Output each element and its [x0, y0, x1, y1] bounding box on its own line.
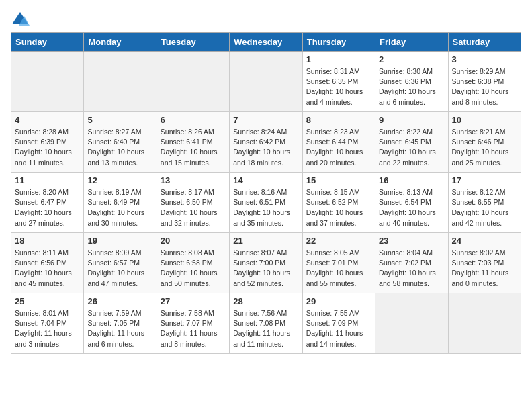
day-number: 22	[306, 236, 371, 246]
day-info: Sunrise: 7:58 AM Sunset: 7:07 PM Dayligh…	[161, 308, 226, 349]
calendar-cell: 1Sunrise: 8:31 AM Sunset: 6:35 PM Daylig…	[302, 52, 375, 112]
day-number: 6	[161, 115, 226, 125]
day-info: Sunrise: 8:02 AM Sunset: 7:03 PM Dayligh…	[452, 248, 517, 289]
page-header	[11, 11, 521, 27]
day-number: 11	[15, 175, 80, 185]
day-info: Sunrise: 8:28 AM Sunset: 6:39 PM Dayligh…	[15, 127, 80, 168]
header-tuesday: Tuesday	[157, 33, 229, 52]
calendar-cell: 17Sunrise: 8:12 AM Sunset: 6:55 PM Dayli…	[448, 173, 521, 233]
day-number: 29	[306, 296, 371, 306]
day-number: 27	[161, 296, 226, 306]
calendar-cell	[448, 293, 521, 354]
day-number: 5	[87, 115, 152, 125]
day-info: Sunrise: 8:30 AM Sunset: 6:36 PM Dayligh…	[379, 66, 444, 107]
calendar-cell: 20Sunrise: 8:08 AM Sunset: 6:58 PM Dayli…	[157, 233, 229, 293]
calendar-cell: 16Sunrise: 8:13 AM Sunset: 6:54 PM Dayli…	[375, 173, 448, 233]
calendar-table: SundayMondayTuesdayWednesdayThursdayFrid…	[11, 32, 521, 354]
day-number: 19	[87, 236, 152, 246]
calendar-cell: 3Sunrise: 8:29 AM Sunset: 6:38 PM Daylig…	[448, 52, 521, 112]
day-number: 23	[379, 236, 444, 246]
day-info: Sunrise: 8:22 AM Sunset: 6:45 PM Dayligh…	[379, 127, 444, 168]
day-info: Sunrise: 8:26 AM Sunset: 6:41 PM Dayligh…	[161, 127, 226, 168]
day-info: Sunrise: 7:55 AM Sunset: 7:09 PM Dayligh…	[306, 308, 371, 349]
day-number: 21	[233, 236, 298, 246]
calendar-cell: 13Sunrise: 8:17 AM Sunset: 6:50 PM Dayli…	[157, 173, 229, 233]
day-info: Sunrise: 8:15 AM Sunset: 6:52 PM Dayligh…	[306, 187, 371, 228]
day-info: Sunrise: 8:19 AM Sunset: 6:49 PM Dayligh…	[87, 187, 152, 228]
calendar-header-row: SundayMondayTuesdayWednesdayThursdayFrid…	[11, 33, 521, 52]
calendar-cell: 23Sunrise: 8:04 AM Sunset: 7:02 PM Dayli…	[375, 233, 448, 293]
day-number: 4	[15, 115, 80, 125]
day-number: 25	[15, 296, 80, 306]
day-number: 9	[379, 115, 444, 125]
day-number: 10	[452, 115, 517, 125]
header-saturday: Saturday	[448, 33, 521, 52]
day-number: 18	[15, 236, 80, 246]
day-info: Sunrise: 8:21 AM Sunset: 6:46 PM Dayligh…	[452, 127, 517, 168]
logo	[11, 11, 32, 27]
day-info: Sunrise: 8:11 AM Sunset: 6:56 PM Dayligh…	[15, 248, 80, 289]
day-info: Sunrise: 8:01 AM Sunset: 7:04 PM Dayligh…	[15, 308, 80, 349]
header-wednesday: Wednesday	[230, 33, 302, 52]
header-sunday: Sunday	[11, 33, 84, 52]
calendar-cell: 9Sunrise: 8:22 AM Sunset: 6:45 PM Daylig…	[375, 112, 448, 173]
calendar-cell	[230, 52, 302, 112]
calendar-week-row: 18Sunrise: 8:11 AM Sunset: 6:56 PM Dayli…	[11, 233, 521, 293]
calendar-cell: 10Sunrise: 8:21 AM Sunset: 6:46 PM Dayli…	[448, 112, 521, 173]
calendar-cell	[375, 293, 448, 354]
day-info: Sunrise: 8:29 AM Sunset: 6:38 PM Dayligh…	[452, 66, 517, 107]
calendar-week-row: 11Sunrise: 8:20 AM Sunset: 6:47 PM Dayli…	[11, 173, 521, 233]
day-number: 28	[233, 296, 298, 306]
header-monday: Monday	[84, 33, 157, 52]
day-info: Sunrise: 8:24 AM Sunset: 6:42 PM Dayligh…	[233, 127, 298, 168]
calendar-cell: 15Sunrise: 8:15 AM Sunset: 6:52 PM Dayli…	[302, 173, 375, 233]
calendar-cell: 25Sunrise: 8:01 AM Sunset: 7:04 PM Dayli…	[11, 293, 84, 354]
calendar-cell: 19Sunrise: 8:09 AM Sunset: 6:57 PM Dayli…	[84, 233, 157, 293]
day-number: 8	[306, 115, 371, 125]
day-number: 17	[452, 175, 517, 185]
calendar-cell: 28Sunrise: 7:56 AM Sunset: 7:08 PM Dayli…	[230, 293, 302, 354]
calendar-cell	[84, 52, 157, 112]
day-info: Sunrise: 8:09 AM Sunset: 6:57 PM Dayligh…	[87, 248, 152, 289]
day-info: Sunrise: 8:13 AM Sunset: 6:54 PM Dayligh…	[379, 187, 444, 228]
day-number: 20	[161, 236, 226, 246]
calendar-cell	[157, 52, 229, 112]
calendar-week-row: 25Sunrise: 8:01 AM Sunset: 7:04 PM Dayli…	[11, 293, 521, 354]
day-info: Sunrise: 8:05 AM Sunset: 7:01 PM Dayligh…	[306, 248, 371, 289]
day-info: Sunrise: 7:59 AM Sunset: 7:05 PM Dayligh…	[87, 308, 152, 349]
day-number: 1	[306, 54, 371, 64]
calendar-cell: 21Sunrise: 8:07 AM Sunset: 7:00 PM Dayli…	[230, 233, 302, 293]
day-info: Sunrise: 8:17 AM Sunset: 6:50 PM Dayligh…	[161, 187, 226, 228]
day-number: 15	[306, 175, 371, 185]
calendar-cell: 18Sunrise: 8:11 AM Sunset: 6:56 PM Dayli…	[11, 233, 84, 293]
day-number: 12	[87, 175, 152, 185]
day-info: Sunrise: 7:56 AM Sunset: 7:08 PM Dayligh…	[233, 308, 298, 349]
calendar-cell: 4Sunrise: 8:28 AM Sunset: 6:39 PM Daylig…	[11, 112, 84, 173]
calendar-cell	[11, 52, 84, 112]
logo-icon	[11, 11, 30, 27]
day-info: Sunrise: 8:27 AM Sunset: 6:40 PM Dayligh…	[87, 127, 152, 168]
day-info: Sunrise: 8:20 AM Sunset: 6:47 PM Dayligh…	[15, 187, 80, 228]
day-number: 24	[452, 236, 517, 246]
header-friday: Friday	[375, 33, 448, 52]
calendar-cell: 8Sunrise: 8:23 AM Sunset: 6:44 PM Daylig…	[302, 112, 375, 173]
day-info: Sunrise: 8:12 AM Sunset: 6:55 PM Dayligh…	[452, 187, 517, 228]
calendar-cell: 12Sunrise: 8:19 AM Sunset: 6:49 PM Dayli…	[84, 173, 157, 233]
calendar-cell: 11Sunrise: 8:20 AM Sunset: 6:47 PM Dayli…	[11, 173, 84, 233]
calendar-cell: 2Sunrise: 8:30 AM Sunset: 6:36 PM Daylig…	[375, 52, 448, 112]
day-number: 13	[161, 175, 226, 185]
header-thursday: Thursday	[302, 33, 375, 52]
calendar-cell: 27Sunrise: 7:58 AM Sunset: 7:07 PM Dayli…	[157, 293, 229, 354]
day-info: Sunrise: 8:04 AM Sunset: 7:02 PM Dayligh…	[379, 248, 444, 289]
day-number: 7	[233, 115, 298, 125]
calendar-cell: 6Sunrise: 8:26 AM Sunset: 6:41 PM Daylig…	[157, 112, 229, 173]
day-info: Sunrise: 8:23 AM Sunset: 6:44 PM Dayligh…	[306, 127, 371, 168]
calendar-cell: 24Sunrise: 8:02 AM Sunset: 7:03 PM Dayli…	[448, 233, 521, 293]
calendar-cell: 26Sunrise: 7:59 AM Sunset: 7:05 PM Dayli…	[84, 293, 157, 354]
calendar-cell: 29Sunrise: 7:55 AM Sunset: 7:09 PM Dayli…	[302, 293, 375, 354]
day-info: Sunrise: 8:31 AM Sunset: 6:35 PM Dayligh…	[306, 66, 371, 107]
calendar-cell: 7Sunrise: 8:24 AM Sunset: 6:42 PM Daylig…	[230, 112, 302, 173]
day-info: Sunrise: 8:16 AM Sunset: 6:51 PM Dayligh…	[233, 187, 298, 228]
calendar-week-row: 4Sunrise: 8:28 AM Sunset: 6:39 PM Daylig…	[11, 112, 521, 173]
day-number: 2	[379, 54, 444, 64]
